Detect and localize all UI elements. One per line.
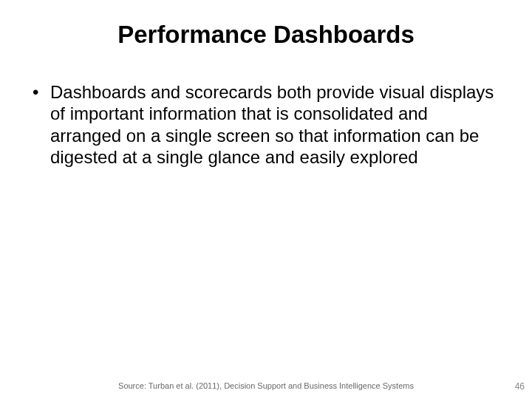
slide-title: Performance Dashboards — [30, 21, 502, 49]
page-number: 46 — [515, 381, 525, 392]
bullet-list: Dashboards and scorecards both provide v… — [30, 81, 502, 168]
bullet-item: Dashboards and scorecards both provide v… — [30, 81, 502, 168]
source-citation: Source: Turban et al. (2011), Decision S… — [0, 381, 532, 390]
slide: Performance Dashboards Dashboards and sc… — [0, 0, 532, 399]
